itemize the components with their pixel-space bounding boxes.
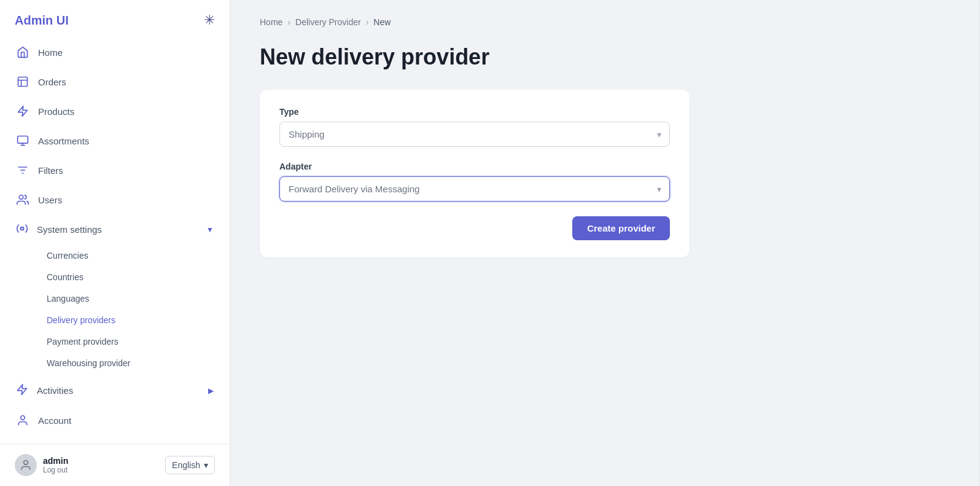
system-settings-label: System settings xyxy=(37,224,102,235)
sidebar-footer: admin Log out English ▾ xyxy=(0,444,230,486)
app-logo: Admin UI xyxy=(15,14,69,28)
sidebar-item-account[interactable]: Account xyxy=(7,406,222,434)
subnav-item-countries[interactable]: Countries xyxy=(38,267,222,288)
sidebar-item-products-label: Products xyxy=(38,106,74,117)
sidebar-item-users[interactable]: Users xyxy=(7,186,222,214)
sidebar-item-filters[interactable]: Filters xyxy=(7,156,222,184)
admin-name: admin xyxy=(43,456,68,466)
adapter-form-group: Adapter Forward Delivery via Messaging ▾ xyxy=(279,162,670,202)
assortments-icon xyxy=(16,134,29,147)
sidebar-item-orders[interactable]: Orders xyxy=(7,68,222,96)
type-select-wrapper: Shipping Digital Pickup ▾ xyxy=(279,122,670,147)
svg-marker-3 xyxy=(18,106,28,117)
language-selector[interactable]: English ▾ xyxy=(165,456,215,474)
admin-text: admin Log out xyxy=(43,456,68,474)
users-icon xyxy=(16,193,29,206)
svg-marker-12 xyxy=(18,385,27,395)
sidebar-item-filters-label: Filters xyxy=(38,165,63,176)
svg-point-10 xyxy=(19,195,23,200)
filters-icon xyxy=(16,163,29,177)
breadcrumb: Home › Delivery Provider › New xyxy=(260,17,950,27)
sidebar-item-assortments-label: Assortments xyxy=(38,136,89,146)
type-label: Type xyxy=(279,107,670,117)
avatar xyxy=(15,454,37,476)
activities-icon xyxy=(16,383,28,398)
svg-rect-4 xyxy=(18,136,28,144)
breadcrumb-sep-2: › xyxy=(366,17,369,27)
account-icon xyxy=(16,413,29,427)
products-icon xyxy=(16,104,29,118)
breadcrumb-new: New xyxy=(373,17,391,27)
language-label: English xyxy=(172,460,200,470)
sidebar-item-products[interactable]: Products xyxy=(7,97,222,125)
adapter-label: Adapter xyxy=(279,162,670,171)
svg-point-13 xyxy=(21,416,25,420)
sidebar-item-orders-label: Orders xyxy=(38,77,66,87)
form-card: Type Shipping Digital Pickup ▾ Adapter F… xyxy=(260,90,690,257)
sidebar-item-assortments[interactable]: Assortments xyxy=(7,127,222,155)
sidebar-item-home[interactable]: Home xyxy=(7,38,222,66)
system-settings-arrow-icon: ▼ xyxy=(206,225,214,234)
create-provider-button[interactable]: Create provider xyxy=(572,216,670,240)
sidebar-item-account-label: Account xyxy=(38,415,71,426)
system-settings-left: System settings xyxy=(16,222,102,237)
sidebar-header: Admin UI ✳ xyxy=(0,0,230,38)
activities-left: Activities xyxy=(16,383,73,398)
sidebar-item-activities[interactable]: Activities ▶ xyxy=(7,376,222,405)
subnav-item-payment-providers[interactable]: Payment providers xyxy=(38,331,222,352)
theme-toggle-icon[interactable]: ✳ xyxy=(204,12,215,28)
sidebar: Admin UI ✳ Home Orders Products xyxy=(0,0,230,486)
language-chevron-icon: ▾ xyxy=(204,460,208,470)
sidebar-item-home-label: Home xyxy=(38,47,63,58)
form-actions: Create provider xyxy=(279,216,670,240)
type-form-group: Type Shipping Digital Pickup ▾ xyxy=(279,107,670,147)
system-settings-subnav: Currencies Countries Languages Delivery … xyxy=(7,245,222,374)
subnav-item-currencies[interactable]: Currencies xyxy=(38,245,222,266)
adapter-select-wrapper: Forward Delivery via Messaging ▾ xyxy=(279,176,670,202)
home-icon xyxy=(16,45,29,59)
breadcrumb-delivery-provider[interactable]: Delivery Provider xyxy=(295,17,361,27)
subnav-item-languages[interactable]: Languages xyxy=(38,288,222,309)
activities-arrow-icon: ▶ xyxy=(208,386,214,395)
system-settings-icon xyxy=(16,222,28,237)
main-content: Home › Delivery Provider › New New deliv… xyxy=(230,0,979,486)
sidebar-item-system-settings[interactable]: System settings ▼ xyxy=(7,215,222,244)
breadcrumb-sep-1: › xyxy=(287,17,290,27)
sidebar-item-users-label: Users xyxy=(38,195,62,205)
type-select[interactable]: Shipping Digital Pickup xyxy=(279,122,670,147)
page-title: New delivery provider xyxy=(260,44,950,70)
sidebar-nav: Home Orders Products Assortments xyxy=(0,38,230,444)
orders-icon xyxy=(16,75,29,88)
breadcrumb-home[interactable]: Home xyxy=(260,17,282,27)
svg-rect-0 xyxy=(18,77,28,87)
logout-link[interactable]: Log out xyxy=(43,466,68,474)
admin-info: admin Log out xyxy=(15,454,68,476)
activities-label: Activities xyxy=(37,385,73,396)
adapter-select[interactable]: Forward Delivery via Messaging xyxy=(279,176,670,202)
subnav-item-warehousing-provider[interactable]: Warehousing provider xyxy=(38,353,222,374)
subnav-item-delivery-providers[interactable]: Delivery providers xyxy=(38,310,222,331)
svg-point-14 xyxy=(24,461,28,465)
